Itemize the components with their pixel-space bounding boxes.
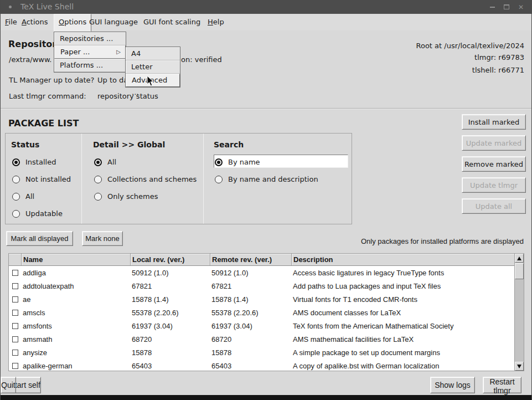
- vertical-scrollbar[interactable]: [514, 254, 524, 371]
- table-row[interactable]: amsmath 68720 68720 AMS mathematical fac…: [9, 332, 514, 346]
- filter-panel: Status Installed Not installed All: [5, 133, 352, 224]
- cell-remote-rev: 50912 (1.0): [210, 269, 291, 277]
- scrollbar-thumb[interactable]: [515, 263, 524, 279]
- menubar: File Actions Options GUI language GUI fo…: [1, 14, 531, 30]
- row-checkbox[interactable]: [12, 350, 18, 356]
- cell-remote-rev: 15878 (1.4): [210, 295, 291, 304]
- update-marked-button[interactable]: Update marked: [462, 135, 526, 151]
- update-all-button[interactable]: Update all: [462, 198, 526, 214]
- row-checkbox[interactable]: [12, 310, 18, 316]
- package-table: Name Local rev. (ver.) Remote rev. (ver.…: [8, 253, 524, 371]
- column-header[interactable]: Name: [21, 254, 130, 265]
- mark-all-displayed-button[interactable]: Mark all displayed: [6, 231, 73, 246]
- texlive-shell-window: TeX Live Shell ✕ File Actions Options GU…: [0, 0, 532, 400]
- close-icon: ✕: [518, 4, 524, 11]
- update-tlmgr-button[interactable]: Update tlmgr: [462, 177, 526, 193]
- desktop-strip: [1, 395, 531, 400]
- row-checkbox[interactable]: [12, 283, 18, 289]
- menu-item-platforms[interactable]: Platforms ... ▷: [54, 59, 126, 72]
- scroll-up-button[interactable]: [515, 254, 524, 263]
- table-row[interactable]: amsfonts 61937 (3.04) 61937 (3.04) TeX f…: [9, 319, 514, 332]
- menu-item-paper[interactable]: Paper ... ▷: [54, 45, 126, 59]
- tlmgr-revision: tlmgr: r69783: [474, 53, 524, 61]
- radio-icon: [94, 158, 102, 166]
- radio-status-updatable[interactable]: Updatable: [12, 209, 63, 218]
- show-logs-button[interactable]: Show logs: [430, 377, 475, 393]
- column-header[interactable]: Local rev. (ver.): [130, 254, 210, 265]
- radio-search-by-name-desc[interactable]: By name and description: [215, 175, 318, 183]
- cell-name: anysize: [21, 348, 130, 357]
- cell-description: Access basic ligatures in legacy TrueTyp…: [291, 269, 514, 277]
- cell-description: AMS mathematical facilities for LaTeX: [291, 335, 514, 343]
- menu-item-repositories[interactable]: Repositories ... ▷: [54, 32, 126, 45]
- submenu-item-letter[interactable]: Letter: [126, 60, 180, 74]
- cell-description: A simple package to set up document marg…: [291, 348, 514, 357]
- app-icon: [9, 6, 12, 8]
- menu-label: Options: [59, 18, 86, 26]
- table-row[interactable]: anysize 15878 15878 A simple package to …: [9, 346, 514, 359]
- menu-help[interactable]: Help: [203, 14, 229, 30]
- menu-label: GUI font scaling: [143, 18, 200, 26]
- install-marked-button[interactable]: Install marked: [462, 114, 526, 130]
- mouse-cursor: [147, 75, 154, 87]
- cell-remote-rev: 55378 (2.20.6): [210, 309, 291, 317]
- cell-description: AMS document classes for LaTeX: [291, 309, 514, 317]
- radio-search-by-name[interactable]: By name: [215, 158, 260, 166]
- menu-label: Help: [208, 18, 224, 26]
- row-checkbox[interactable]: [12, 270, 18, 276]
- table-row[interactable]: ae 15878 (1.4) 15878 (1.4) Virtual fonts…: [9, 293, 514, 306]
- table-row[interactable]: amscls 55378 (2.20.6) 55378 (2.20.6) AMS…: [9, 306, 514, 319]
- last-command-label: Last tlmgr command:: [9, 92, 86, 100]
- cell-remote-rev: 15878: [210, 348, 291, 357]
- row-checkbox[interactable]: [12, 336, 18, 342]
- table-row[interactable]: addtoluatexpath 67821 67821 Add paths to…: [9, 279, 514, 293]
- radio-status-not-installed[interactable]: Not installed: [12, 175, 71, 183]
- row-checkbox[interactable]: [12, 363, 18, 369]
- remove-marked-button[interactable]: Remove marked: [462, 156, 526, 172]
- cell-name: amsfonts: [21, 322, 130, 330]
- cell-description: TeX fonts from the American Mathematical…: [291, 322, 514, 330]
- detail-heading: Detail >> Global: [93, 140, 165, 149]
- submenu-item-a4[interactable]: A4: [126, 47, 180, 60]
- radio-status-installed[interactable]: Installed: [12, 158, 56, 166]
- radio-detail-all[interactable]: All: [94, 158, 116, 166]
- row-checkbox[interactable]: [12, 323, 18, 329]
- window-controls: ✕: [485, 0, 528, 14]
- minimize-button[interactable]: [485, 0, 499, 14]
- radio-detail-collections[interactable]: Collections and schemes: [94, 175, 197, 183]
- column-header[interactable]: Remote rev. (ver.): [210, 254, 291, 265]
- detail-filter-group: Detail >> Global All Collections and sch…: [93, 134, 202, 224]
- package-actions: Install marked Update marked Remove mark…: [462, 114, 526, 219]
- radio-icon: [12, 158, 20, 166]
- tl-manager-label: TL Manager up to date?: [9, 76, 94, 84]
- menu-gui-font-scaling[interactable]: GUI font scaling: [139, 14, 205, 30]
- close-button[interactable]: ✕: [514, 0, 528, 14]
- column-header[interactable]: Description: [291, 254, 514, 265]
- menu-label: File: [5, 18, 17, 26]
- window-title: TeX Live Shell: [20, 0, 74, 14]
- maximize-button[interactable]: [499, 0, 514, 14]
- radio-detail-only-schemes[interactable]: Only schemes: [94, 192, 158, 201]
- cell-local-rev: 67821: [130, 282, 210, 290]
- tlshell-revision: tlshell: r66771: [472, 66, 524, 74]
- radio-label: Collections and schemes: [107, 175, 197, 183]
- table-row[interactable]: addliga 50912 (1.0) 50912 (1.0) Access b…: [9, 266, 514, 279]
- table-row[interactable]: apalike-german 65403 65403 A copy of apa…: [9, 359, 514, 371]
- radio-status-all[interactable]: All: [12, 192, 34, 201]
- cell-local-rev: 61937 (3.04): [130, 322, 210, 330]
- row-checkbox[interactable]: [12, 296, 18, 302]
- menu-item-label: Platforms ...: [60, 61, 103, 69]
- repository-url: /extra/www.: [9, 55, 51, 64]
- submenu-arrow-icon: ▷: [116, 46, 121, 58]
- quit-button[interactable]: Quit: [1, 377, 16, 393]
- mark-none-button[interactable]: Mark none: [82, 231, 123, 246]
- cell-name: apalike-german: [21, 362, 130, 370]
- menu-gui-language[interactable]: GUI language: [85, 14, 142, 30]
- scroll-down-button[interactable]: [515, 362, 524, 371]
- restart-tlmgr-button[interactable]: Restart tlmgr: [483, 377, 521, 393]
- cell-name: amsmath: [21, 335, 130, 343]
- menu-actions[interactable]: Actions: [17, 14, 53, 30]
- cell-local-rev: 55378 (2.20.6): [130, 309, 210, 317]
- search-group: Search By name By name and description: [214, 134, 349, 224]
- minimize-icon: [490, 7, 495, 8]
